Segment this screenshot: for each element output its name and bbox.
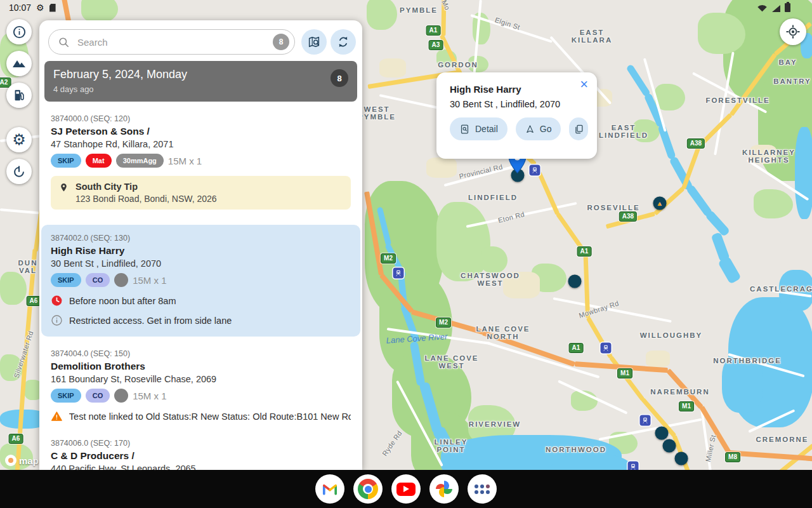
stop-tags: SKIP CO 15M x 1	[51, 389, 351, 403]
clock-icon	[51, 295, 63, 307]
destination-card: South City Tip 123 Bondi Road, Bondi, NS…	[51, 176, 351, 210]
close-icon[interactable]: ×	[580, 77, 588, 91]
tag-skip: SKIP	[51, 154, 81, 168]
tag-co: CO	[86, 389, 110, 403]
stop-marker[interactable]	[568, 275, 582, 288]
train-station-icon	[601, 343, 612, 354]
document-search-icon	[459, 124, 470, 135]
mountains-icon	[11, 56, 27, 71]
search-count-badge: 8	[273, 34, 289, 50]
stop-name: Demolition Brothers	[51, 361, 351, 372]
stop-info-popup: × High Rise Harry 30 Bent St , Lindfiled…	[436, 72, 597, 159]
road-shield: A6	[27, 296, 41, 306]
stop-marker[interactable]	[663, 439, 676, 453]
stop-marker[interactable]	[655, 427, 669, 440]
stop-marker[interactable]	[675, 452, 688, 465]
stop-list-item-selected[interactable]: 3874002.0 (SEQ: 130) High Rise Harry 30 …	[41, 225, 360, 337]
map-suburb-label: ROSEVILLE	[587, 204, 639, 211]
power-button[interactable]	[6, 159, 32, 184]
tag-aggregate: 30mmAgg	[116, 154, 164, 168]
gallery-button[interactable]	[6, 51, 32, 76]
route-list-panel[interactable]: 8 February 5, 2024, Monday	[39, 20, 362, 470]
sd-card-icon	[49, 4, 56, 12]
stop-list-item[interactable]: 3874004.0 (SEQ: 150) Demolition Brothers…	[39, 349, 362, 422]
stop-quantity: 15M x 1	[168, 156, 202, 166]
copy-icon	[573, 124, 584, 135]
road-shield: M2	[381, 253, 396, 264]
stop-quantity: 15M x 1	[133, 391, 166, 401]
stop-tags: SKIP CO 15M x 1	[51, 273, 351, 287]
note-text: Before noon but after 8am	[69, 296, 176, 306]
date-ago-label: 4 days ago	[53, 84, 187, 94]
dock-gmail-icon[interactable]	[315, 474, 344, 504]
settings-notification-icon: ⚙	[36, 3, 44, 13]
status-bar-right	[757, 3, 790, 12]
road-shield: A1	[569, 343, 584, 353]
stop-quantity: 15M x 1	[133, 275, 166, 286]
settings-button[interactable]: ⚙	[6, 127, 32, 152]
map-suburb-label: WEST PYMBLE	[358, 105, 396, 121]
sync-button[interactable]	[331, 29, 356, 55]
map-view-button[interactable]	[301, 29, 327, 55]
fuel-pump-icon	[12, 88, 26, 102]
info-circle-icon	[51, 314, 63, 326]
road-shield: M1	[679, 401, 694, 411]
crosshair-icon	[785, 24, 801, 39]
tag-empty	[114, 273, 128, 287]
popup-address: 30 Bent St , Lindfiled, 2070	[450, 99, 588, 109]
clock-time: 10:07	[9, 3, 31, 13]
go-button[interactable]: Go	[516, 117, 561, 140]
detail-label: Detail	[475, 124, 498, 134]
date-header[interactable]: February 5, 2024, Monday 4 days ago 8	[44, 61, 357, 102]
stop-id: 3874006.0 (SEQ: 170)	[51, 439, 351, 448]
my-location-button[interactable]	[780, 18, 806, 45]
road-shield: A38	[619, 211, 637, 222]
gmail-icon	[322, 482, 338, 496]
dock-youtube-icon[interactable]	[391, 474, 421, 504]
gear-icon: ⚙	[12, 132, 26, 147]
dock-chrome-icon[interactable]	[353, 474, 383, 504]
road-shield: M8	[725, 452, 740, 462]
train-station-icon	[530, 165, 540, 176]
copy-button[interactable]	[569, 117, 588, 140]
destination-name: South City Tip	[75, 182, 217, 192]
road-shield: A38	[687, 138, 705, 149]
stop-marker-warning[interactable]: ▲	[653, 197, 667, 210]
map-suburb-label: CREMORNE	[756, 436, 808, 443]
train-station-icon	[393, 268, 404, 279]
map-watermark: map	[5, 455, 39, 466]
access-note: Restricted access. Get in from side lane	[51, 314, 351, 326]
status-bar-left: 10:07 ⚙	[9, 3, 56, 13]
info-icon	[12, 25, 27, 39]
tag-co: CO	[86, 273, 110, 287]
fuel-button[interactable]	[6, 83, 32, 108]
go-label: Go	[540, 124, 552, 134]
stop-name: C & D Producers /	[51, 450, 351, 462]
warning-note: Test note linked to Old Status:R New Sta…	[51, 410, 351, 422]
stop-id: 3874000.0 (SEQ: 120)	[51, 114, 351, 123]
train-station-icon	[640, 415, 651, 426]
dock-app-grid-icon[interactable]	[468, 474, 497, 504]
time-note: Before noon but after 8am	[51, 295, 351, 307]
destination-address: 123 Bondi Road, Bondi, NSW, 2026	[75, 194, 217, 204]
search-input[interactable]	[76, 36, 266, 48]
map-suburb-label: NAREMBURN	[650, 388, 709, 396]
dock-photos-icon[interactable]	[429, 474, 459, 504]
marker-warning-icon: ▲	[657, 200, 663, 206]
search-icon	[58, 36, 70, 48]
tag-skip: SKIP	[51, 273, 81, 287]
note-text: Test note linked to Old Status:R New Sta…	[69, 411, 351, 422]
stop-list-item[interactable]: 3874006.0 (SEQ: 170) C & D Producers / 4…	[39, 439, 362, 470]
stop-name: High Rise Harry	[51, 245, 351, 257]
date-count-badge: 8	[331, 69, 348, 87]
navigate-icon	[525, 124, 535, 134]
search-bar[interactable]: 8	[48, 29, 295, 55]
sync-icon	[336, 35, 350, 49]
location-pin-icon	[58, 182, 69, 194]
note-text: Restricted access. Get in from side lane	[69, 316, 232, 326]
info-button[interactable]	[6, 19, 32, 44]
detail-button[interactable]: Detail	[450, 117, 508, 140]
stop-list-item[interactable]: 3874000.0 (SEQ: 120) SJ Peterson & Sons …	[39, 114, 362, 210]
stop-address: 47 Stanhope Rd, Killara, 2071	[51, 139, 351, 149]
wifi-icon	[757, 4, 768, 12]
